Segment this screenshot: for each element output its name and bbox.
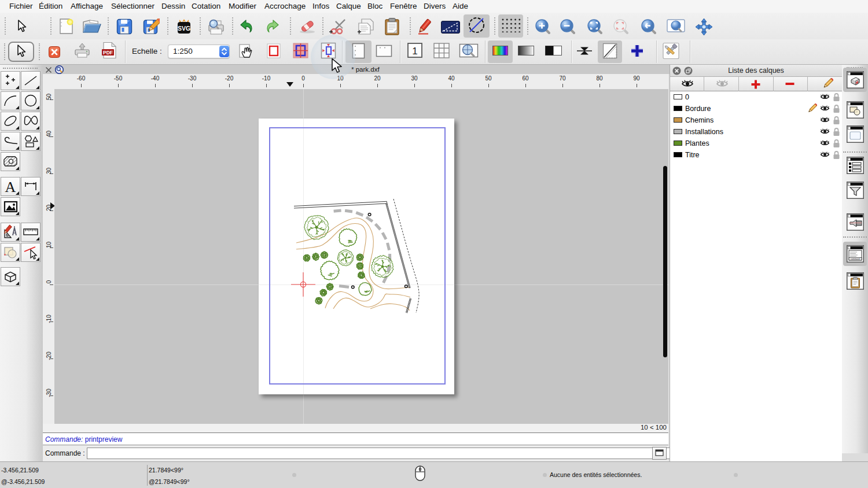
svg-text:command: command: [851, 258, 859, 260]
svg-text:A: A: [5, 179, 16, 194]
svg-text:PDF: PDF: [103, 50, 113, 56]
svg-text:SVG: SVG: [178, 25, 190, 32]
svg-text:1: 1: [412, 46, 417, 57]
